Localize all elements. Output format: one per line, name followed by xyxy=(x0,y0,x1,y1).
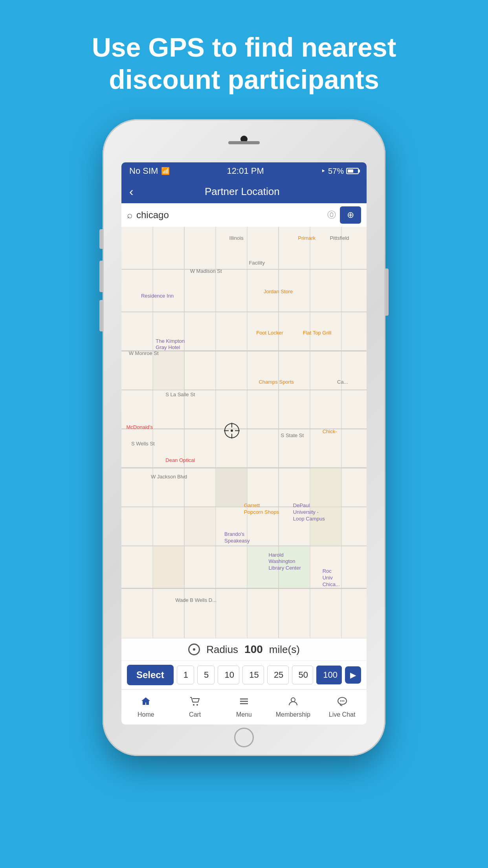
radius-icon xyxy=(188,644,200,655)
side-button-vol-down xyxy=(99,300,103,331)
map-crosshair xyxy=(223,422,240,443)
svg-point-38 xyxy=(343,701,344,702)
phone-device: No SIM 📶 12:01 PM ‣ 57% ‹ Partner Locati… xyxy=(103,119,385,756)
radius-option-50[interactable]: 50 xyxy=(292,666,314,684)
select-row: Select 1 5 10 15 25 50 100 ▶ xyxy=(121,660,367,689)
svg-point-34 xyxy=(291,698,295,702)
play-icon: ▶ xyxy=(350,670,356,680)
radius-option-10[interactable]: 10 xyxy=(218,666,239,684)
battery-icon xyxy=(346,168,359,174)
cart-icon xyxy=(189,696,200,710)
back-button[interactable]: ‹ xyxy=(129,184,134,199)
phone-speaker xyxy=(228,141,260,144)
battery-nub xyxy=(359,169,360,173)
svg-rect-21 xyxy=(185,508,215,546)
location-pin-icon: ⌕ xyxy=(127,210,132,221)
nav-title: Partner Location xyxy=(141,186,343,198)
status-carrier-area: No SIM 📶 xyxy=(129,166,170,176)
radius-dot xyxy=(193,648,195,651)
side-button-vol-up xyxy=(99,261,103,292)
nav-bar: ‹ Partner Location xyxy=(121,180,367,203)
nav-item-home[interactable]: Home xyxy=(121,690,171,725)
nav-label-menu: Menu xyxy=(236,711,252,718)
svg-rect-20 xyxy=(248,547,278,588)
phone-screen: No SIM 📶 12:01 PM ‣ 57% ‹ Partner Locati… xyxy=(121,162,367,725)
svg-rect-19 xyxy=(310,468,341,546)
phone-home-button[interactable] xyxy=(234,728,254,747)
radius-bar: Radius 100 mile(s) xyxy=(121,638,367,660)
radius-label: Radius xyxy=(206,644,238,656)
nav-item-livechat[interactable]: Live Chat xyxy=(317,690,367,725)
nav-item-cart[interactable]: Cart xyxy=(171,690,220,725)
radius-option-15[interactable]: 15 xyxy=(242,666,264,684)
carrier-text: No SIM xyxy=(129,166,158,176)
hero-text: Use GPS to find nearest discount partici… xyxy=(0,0,488,119)
battery-fill xyxy=(348,169,353,173)
svg-point-36 xyxy=(340,701,341,702)
svg-point-29 xyxy=(193,704,194,706)
chat-icon xyxy=(337,696,348,710)
menu-icon xyxy=(238,696,250,710)
side-button-power xyxy=(385,268,389,316)
status-right-area: ‣ 57% xyxy=(321,166,359,176)
radius-unit: mile(s) xyxy=(269,644,300,656)
radius-option-25[interactable]: 25 xyxy=(267,666,289,684)
status-time: 12:01 PM xyxy=(227,166,264,176)
gps-icon: ⊕ xyxy=(347,210,354,220)
svg-rect-18 xyxy=(279,547,310,588)
svg-point-37 xyxy=(341,701,343,702)
search-bar: ⌕ ⓪ ⊕ xyxy=(121,203,367,227)
location-icon: ‣ xyxy=(321,166,326,176)
search-input[interactable] xyxy=(136,210,323,221)
nav-label-home: Home xyxy=(138,711,154,718)
nav-label-cart: Cart xyxy=(189,711,201,718)
battery-percent: 57% xyxy=(328,167,344,176)
home-icon xyxy=(140,696,151,710)
wifi-icon: 📶 xyxy=(161,167,170,175)
select-button[interactable]: Select xyxy=(127,665,174,685)
svg-rect-22 xyxy=(153,547,184,588)
play-button[interactable]: ▶ xyxy=(345,666,361,684)
map-area[interactable]: Residence InnThe Kimpton Gray HotelJorda… xyxy=(121,227,367,638)
person-icon xyxy=(288,696,299,710)
radius-value: 100 xyxy=(244,643,263,656)
svg-point-30 xyxy=(196,704,198,706)
svg-rect-17 xyxy=(216,469,247,507)
nav-item-menu[interactable]: Menu xyxy=(220,690,269,725)
svg-point-28 xyxy=(231,430,233,432)
bottom-nav: Home Cart xyxy=(121,689,367,725)
radius-option-100[interactable]: 100 xyxy=(316,666,342,684)
clear-search-button[interactable]: ⓪ xyxy=(327,209,336,221)
radius-option-5[interactable]: 5 xyxy=(197,666,215,684)
status-bar: No SIM 📶 12:01 PM ‣ 57% xyxy=(121,162,367,180)
nav-label-livechat: Live Chat xyxy=(329,711,356,718)
nav-label-membership: Membership xyxy=(276,711,310,718)
side-button-mute xyxy=(99,229,103,249)
nav-item-membership[interactable]: Membership xyxy=(268,690,317,725)
radius-option-1[interactable]: 1 xyxy=(177,666,194,684)
svg-rect-16 xyxy=(153,352,184,390)
gps-button[interactable]: ⊕ xyxy=(340,206,361,224)
